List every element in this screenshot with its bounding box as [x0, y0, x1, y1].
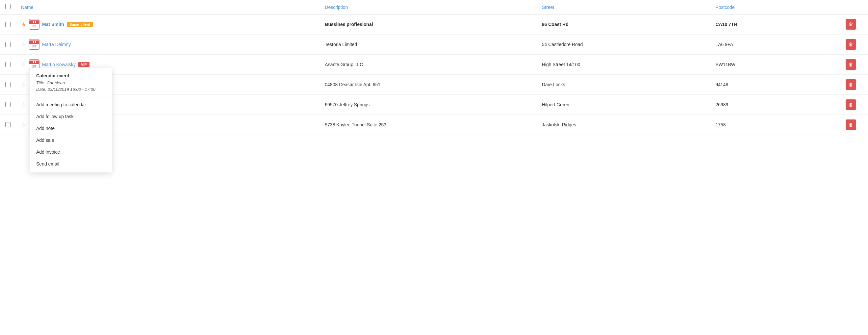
delete-button[interactable]: 🗑: [846, 19, 856, 30]
checkbox-cell: [0, 35, 16, 55]
select-all-checkbox[interactable]: [5, 4, 10, 9]
contact-badge: VIP: [78, 62, 90, 67]
delete-button[interactable]: 🗑: [846, 99, 856, 110]
name-cell: ★ 22 Mat SmithSuper client: [16, 14, 319, 35]
calendar-badge[interactable]: 23: [29, 39, 39, 50]
header-name-label: Name: [21, 5, 33, 10]
popup-action-item[interactable]: Add note: [30, 122, 112, 134]
action-cell: 🗑: [840, 14, 861, 35]
popup-header: Calendar event Title: Car clean Date: 23…: [30, 73, 112, 98]
postcode-cell: 1758: [710, 115, 840, 135]
postcode-cell: 26989: [710, 95, 840, 115]
postcode-text: 26989: [715, 102, 728, 107]
postcode-cell: LA6 9FA: [710, 35, 840, 55]
table-row: ☆ 23 Marta Daimny Testoria Limited54 Cas…: [0, 35, 868, 55]
header-description: Description: [319, 0, 537, 14]
description-cell: 04808 Ceasar Isle Apt. 651: [319, 75, 537, 95]
name-inner: Marta Daimny: [42, 42, 71, 47]
street-text: Hilpert Green: [542, 102, 569, 107]
table-row: ★ 22 Mat SmithSuper client Bussines prof…: [0, 14, 868, 35]
street-cell: 86 Coast Rd: [537, 14, 710, 35]
contact-badge: Super client: [67, 22, 93, 27]
calendar-popup: Calendar event Title: Car clean Date: 23…: [30, 68, 112, 173]
postcode-text: LA6 9FA: [715, 42, 733, 47]
star-icon[interactable]: ☆: [21, 41, 26, 48]
action-cell: 🗑: [840, 35, 861, 55]
star-icon[interactable]: ☆: [21, 81, 26, 88]
popup-action-item[interactable]: Add meeting to calendar: [30, 99, 112, 111]
street-cell: High Street 14/100: [537, 55, 710, 75]
street-text: 86 Coast Rd: [542, 22, 568, 27]
delete-button[interactable]: 🗑: [846, 59, 856, 70]
name-inner: Mat SmithSuper client: [42, 22, 93, 27]
popup-action-item[interactable]: Add sale: [30, 134, 112, 146]
postcode-cell: 94148: [710, 75, 840, 95]
checkbox-cell: [0, 115, 16, 135]
description-text: Testoria Limited: [325, 42, 357, 47]
street-cell: Jaskolski Ridges: [537, 115, 710, 135]
row-checkbox[interactable]: [5, 102, 10, 107]
street-cell: Dare Locks: [537, 75, 710, 95]
description-text: 69570 Jeffrey Springs: [325, 102, 370, 107]
table-row: ☆ 04808 Ceasar Isle Apt. 651Dare Locks94…: [0, 75, 868, 95]
postcode-text: CA10 7TH: [715, 22, 737, 27]
delete-button[interactable]: 🗑: [846, 39, 856, 50]
street-text: Dare Locks: [542, 82, 565, 87]
popup-action-item[interactable]: Add invoice: [30, 146, 112, 158]
checkbox-cell: [0, 75, 16, 95]
star-icon[interactable]: ☆: [21, 101, 26, 108]
star-icon[interactable]: ☆: [21, 121, 26, 128]
description-cell: 69570 Jeffrey Springs: [319, 95, 537, 115]
popup-action-item[interactable]: Send email: [30, 158, 112, 170]
contact-name-link[interactable]: Mat Smith: [42, 22, 64, 27]
postcode-text: 94148: [715, 82, 728, 87]
header-postcode: Postcode: [710, 0, 840, 14]
street-text: High Street 14/100: [542, 62, 581, 67]
popup-title-line: Title: Car clean: [36, 80, 105, 87]
star-icon[interactable]: ☆: [21, 61, 26, 68]
row-checkbox[interactable]: [5, 122, 10, 127]
delete-button[interactable]: 🗑: [846, 119, 856, 130]
street-text: 54 Castledore Road: [542, 42, 583, 47]
star-icon[interactable]: ★: [21, 21, 26, 28]
contacts-table-container: Name Description Street Postcode ★: [0, 0, 868, 335]
popup-actions-list: Add meeting to calendarAdd follow up tas…: [30, 99, 112, 170]
postcode-cell: SW11BW: [710, 55, 840, 75]
postcode-text: 1758: [715, 122, 725, 127]
row-checkbox[interactable]: [5, 22, 10, 27]
table-row: ☆ 23 Martin KowalskyVIP Asante Group LLC…: [0, 55, 868, 75]
row-checkbox[interactable]: [5, 42, 10, 47]
header-name: Name: [16, 0, 319, 14]
row-checkbox[interactable]: [5, 82, 10, 87]
header-checkbox-col: [0, 0, 16, 14]
contact-name-link[interactable]: Martin Kowalsky: [42, 62, 76, 67]
postcode-text: SW11BW: [715, 62, 735, 67]
contacts-table: Name Description Street Postcode ★: [0, 0, 868, 135]
checkbox-cell: [0, 14, 16, 35]
table-header-row: Name Description Street Postcode: [0, 0, 868, 14]
street-cell: Hilpert Green: [537, 95, 710, 115]
header-action-col: [840, 0, 861, 14]
calendar-day: 22: [32, 24, 36, 29]
name-cell: ☆ 23 Marta Daimny: [16, 35, 319, 55]
table-row: ☆ 5738 Kaylee Tunnel Suite 253Jaskolski …: [0, 115, 868, 135]
table-body: ★ 22 Mat SmithSuper client Bussines prof…: [0, 14, 868, 135]
table-row: ☆ tag2tag3 69570 Jeffrey SpringsHilpert …: [0, 95, 868, 115]
postcode-cell: CA10 7TH: [710, 14, 840, 35]
checkbox-cell: [0, 95, 16, 115]
row-checkbox[interactable]: [5, 62, 10, 67]
contact-name-link[interactable]: Marta Daimny: [42, 42, 71, 47]
description-text: 04808 Ceasar Isle Apt. 651: [325, 82, 380, 87]
description-cell: Bussines proffesional: [319, 14, 537, 35]
checkbox-cell: [0, 55, 16, 75]
description-text: 5738 Kaylee Tunnel Suite 253: [325, 122, 386, 127]
calendar-badge[interactable]: 22: [29, 19, 39, 30]
header-street-label: Street: [542, 5, 554, 10]
description-text: Bussines proffesional: [325, 22, 373, 27]
delete-button[interactable]: 🗑: [846, 79, 856, 90]
popup-action-item[interactable]: Add follow up task: [30, 111, 112, 122]
header-postcode-label: Postcode: [715, 5, 735, 10]
action-cell: 🗑: [840, 75, 861, 95]
action-cell: 🗑: [840, 55, 861, 75]
description-cell: Asante Group LLC: [319, 55, 537, 75]
